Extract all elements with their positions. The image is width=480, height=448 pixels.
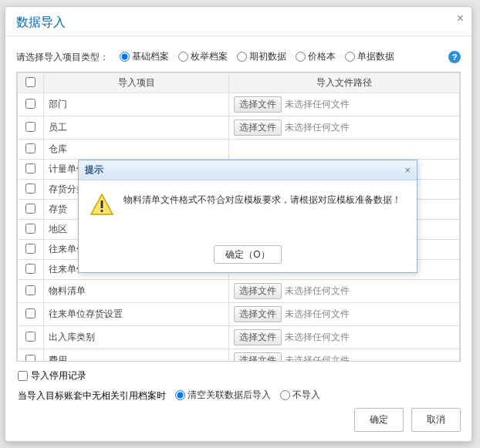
type-label: 请选择导入项目类型： <box>16 51 109 64</box>
row-checkbox-cell <box>18 326 44 349</box>
row-item-label: 往来单位存货设置 <box>44 303 229 326</box>
row-item-label: 费用 <box>44 349 229 362</box>
table-row: 员工选择文件未选择任何文件 <box>18 116 460 140</box>
row-checkbox[interactable] <box>25 308 35 318</box>
dialog-body: 请选择导入项目类型： 基础档案枚举档案期初数据价格本单据数据 ? 导入项目 导入… <box>5 36 472 440</box>
table-row: 部门选择文件未选择任何文件 <box>18 93 460 116</box>
row-checkbox-cell <box>18 93 44 116</box>
import-dialog: 数据导入 × 请选择导入项目类型： 基础档案枚举档案期初数据价格本单据数据 ? … <box>5 6 472 442</box>
row-checkbox[interactable] <box>25 163 35 173</box>
row-checkbox-cell <box>18 220 44 240</box>
below-options: 导入停用记录 当导入目标账套中无相关引用档案时 清空关联数据后导入不导入 <box>16 362 461 406</box>
type-radio[interactable]: 枚举档案 <box>178 50 228 63</box>
alert-footer: 确定（O） <box>79 242 417 272</box>
grid-header-row: 导入项目 导入文件路径 <box>18 73 460 93</box>
row-checkbox[interactable] <box>25 204 35 214</box>
row-path-cell: 选择文件未选择任何文件 <box>229 116 460 140</box>
row-item-label: 部门 <box>44 93 229 116</box>
table-row: 仓库 <box>18 140 460 160</box>
row-checkbox-cell <box>18 140 44 160</box>
ref-radio-input[interactable] <box>175 390 185 400</box>
header-checkbox-cell <box>18 73 44 93</box>
close-icon[interactable]: × <box>457 12 464 25</box>
ref-radio-label: 清空关联数据后导入 <box>188 389 271 402</box>
row-checkbox-cell <box>18 240 44 260</box>
row-checkbox-cell <box>18 280 44 303</box>
row-path-cell: 选择文件未选择任何文件 <box>229 93 460 116</box>
row-checkbox[interactable] <box>25 143 35 153</box>
row-path-cell: 选择文件未选择任何文件 <box>229 303 460 326</box>
choose-file-button[interactable]: 选择文件 <box>234 283 282 299</box>
alert-message: 物料清单文件格式不符合对应模板要求，请根据对应模板准备数据！ <box>123 193 401 234</box>
row-checkbox[interactable] <box>25 332 35 342</box>
select-all-checkbox[interactable] <box>25 77 35 87</box>
dialog-title: 数据导入 <box>5 7 472 36</box>
row-path-cell: 选择文件未选择任何文件 <box>229 326 460 349</box>
alert-dialog: 提示 × 物料清单文件格式不符合对应模板要求，请根据对应模板准备数据！ 确定（O… <box>78 160 417 273</box>
row-checkbox[interactable] <box>25 99 35 109</box>
choose-file-button[interactable]: 选择文件 <box>234 329 282 345</box>
row-checkbox[interactable] <box>25 264 35 274</box>
type-radio-input[interactable] <box>345 52 355 62</box>
stop-row: 导入停用记录 <box>18 366 459 386</box>
row-checkbox[interactable] <box>25 184 35 194</box>
alert-close-icon[interactable]: × <box>404 164 411 176</box>
choose-file-button[interactable]: 选择文件 <box>234 96 282 113</box>
file-status: 未选择任何文件 <box>285 308 350 321</box>
row-item-label: 员工 <box>44 116 229 140</box>
row-path-cell <box>229 140 460 160</box>
row-item-label: 物料清单 <box>44 280 229 303</box>
file-status: 未选择任何文件 <box>285 331 350 344</box>
alert-ok-button[interactable]: 确定（O） <box>214 245 281 264</box>
table-row: 物料清单选择文件未选择任何文件 <box>18 280 460 303</box>
type-radio[interactable]: 期初数据 <box>237 50 286 63</box>
type-radio-input[interactable] <box>120 52 130 62</box>
warning-icon <box>90 193 114 217</box>
row-path-cell: 选择文件未选择任何文件 <box>229 349 460 362</box>
type-radio[interactable]: 基础档案 <box>120 50 169 63</box>
ok-button[interactable]: 确定 <box>354 408 404 432</box>
type-radio-input[interactable] <box>296 52 306 62</box>
type-radio[interactable]: 价格本 <box>296 50 336 63</box>
row-checkbox[interactable] <box>25 122 35 132</box>
row-checkbox[interactable] <box>25 355 35 362</box>
ref-radio-label: 不导入 <box>292 389 320 402</box>
ref-radio-input[interactable] <box>280 390 290 400</box>
choose-file-button[interactable]: 选择文件 <box>234 306 282 322</box>
import-stopped-checkbox[interactable] <box>18 371 28 381</box>
ref-radio[interactable]: 不导入 <box>280 389 320 402</box>
ref-label: 当导入目标账套中无相关引用档案时 <box>18 389 166 403</box>
type-radio[interactable]: 单据数据 <box>345 50 394 63</box>
header-item: 导入项目 <box>44 73 229 93</box>
svg-rect-2 <box>101 210 103 212</box>
row-checkbox-cell <box>18 116 44 140</box>
svg-rect-1 <box>101 200 103 208</box>
file-status: 未选择任何文件 <box>285 285 350 298</box>
row-checkbox[interactable] <box>25 285 35 295</box>
import-stopped-label: 导入停用记录 <box>31 369 86 382</box>
choose-file-button[interactable]: 选择文件 <box>234 352 282 362</box>
row-checkbox[interactable] <box>25 244 35 254</box>
row-item-label: 仓库 <box>44 140 229 160</box>
type-radio-input[interactable] <box>237 52 247 62</box>
file-status: 未选择任何文件 <box>285 98 350 111</box>
ref-radio[interactable]: 清空关联数据后导入 <box>175 389 271 402</box>
help-icon[interactable]: ? <box>448 51 461 63</box>
type-row: 请选择导入项目类型： 基础档案枚举档案期初数据价格本单据数据 ? <box>16 50 461 64</box>
row-checkbox-cell <box>18 349 44 362</box>
header-path: 导入文件路径 <box>229 73 460 93</box>
dialog-footer: 确定 取消 <box>354 408 461 432</box>
choose-file-button[interactable]: 选择文件 <box>234 120 282 136</box>
row-checkbox-cell <box>18 303 44 326</box>
ref-row: 当导入目标账套中无相关引用档案时 清空关联数据后导入不导入 <box>18 386 459 406</box>
alert-title: 提示 <box>85 163 103 177</box>
type-radio-label: 期初数据 <box>249 50 286 63</box>
row-checkbox[interactable] <box>25 224 35 234</box>
type-radio-label: 价格本 <box>308 50 336 63</box>
type-radio-label: 单据数据 <box>357 50 394 63</box>
type-radio-input[interactable] <box>178 52 188 62</box>
row-item-label: 出入库类别 <box>44 326 229 349</box>
file-status: 未选择任何文件 <box>285 121 350 134</box>
table-row: 往来单位存货设置选择文件未选择任何文件 <box>18 303 460 326</box>
cancel-button[interactable]: 取消 <box>411 408 461 432</box>
